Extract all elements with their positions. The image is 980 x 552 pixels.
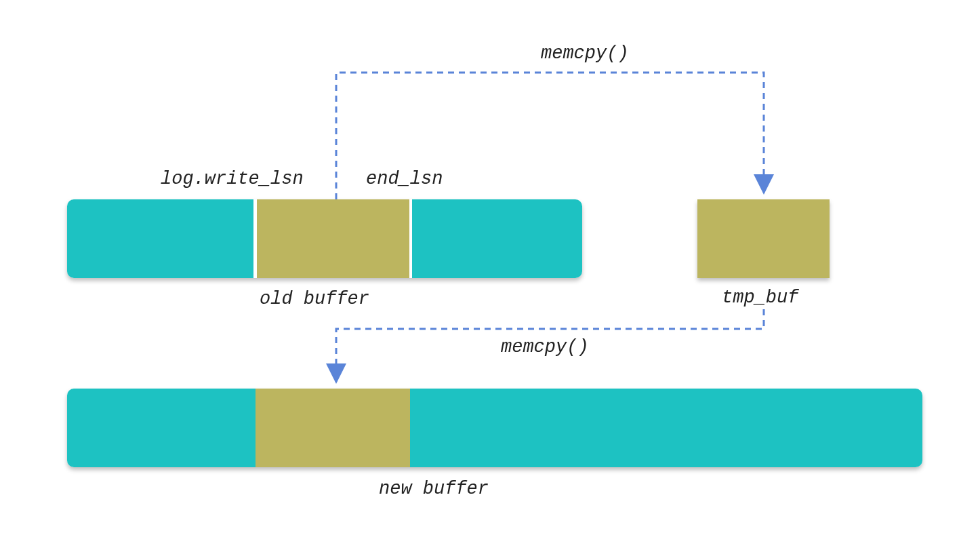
memcpy-bottom-label: memcpy() (501, 337, 589, 357)
end-lsn-label: end_lsn (366, 169, 443, 189)
tmp-buf-box (697, 199, 830, 278)
old-buffer-seg-3 (412, 199, 582, 278)
log-write-lsn-label: log.write_lsn (161, 169, 304, 189)
new-buffer-seg-1 (67, 389, 256, 467)
old-buffer-seg-1 (67, 199, 253, 278)
old-buffer (67, 199, 582, 278)
new-buffer (67, 389, 922, 467)
memcpy-top-label: memcpy() (541, 43, 629, 64)
tmp-buf-caption: tmp_buf (722, 288, 798, 308)
new-buffer-seg-3 (410, 389, 922, 467)
new-buffer-caption: new buffer (379, 479, 489, 499)
new-buffer-seg-2 (256, 389, 410, 467)
old-buffer-caption: old buffer (260, 289, 369, 309)
old-buffer-seg-2 (257, 199, 409, 278)
